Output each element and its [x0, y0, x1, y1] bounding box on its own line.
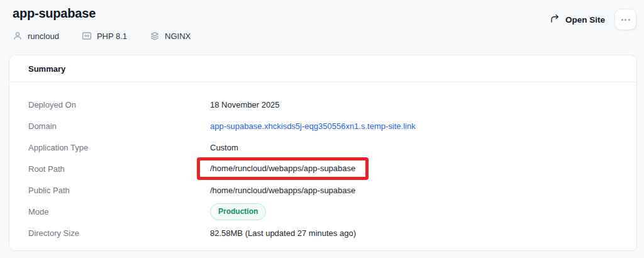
summary-card-title: Summary — [28, 64, 65, 74]
directory-size-value: 82.58MB (Last updated 27 minutes ago) — [210, 228, 356, 238]
row-label: Domain — [28, 121, 210, 131]
summary-card: Summary Deployed On 18 November 2025 Dom… — [9, 55, 637, 251]
summary-row-application-type: Application Type Custom — [28, 137, 618, 158]
row-label: Directory Size — [28, 228, 210, 238]
page-header: app-supabase runcloud — [0, 0, 644, 41]
meta-webserver-label: NGINX — [165, 31, 191, 41]
summary-card-body: Deployed On 18 November 2025 Domain app-… — [9, 82, 636, 250]
summary-row-mode: Mode Production — [28, 201, 618, 222]
more-options-button[interactable] — [614, 9, 636, 30]
row-label: Deployed On — [28, 100, 210, 109]
row-label: Root Path — [28, 164, 210, 174]
php-icon — [82, 31, 92, 41]
user-icon — [13, 31, 23, 41]
open-site-button[interactable]: Open Site — [550, 13, 605, 26]
application-type-value: Custom — [210, 143, 238, 152]
ellipsis-icon — [621, 19, 630, 21]
row-label: Mode — [28, 207, 210, 216]
page-title: app-supabase — [13, 6, 191, 21]
summary-row-public-path: Public Path /home/runcloud/webapps/app-s… — [28, 179, 618, 201]
summary-row-domain: Domain app-supabase.xhckisds5j-eqg350556… — [28, 115, 618, 137]
summary-card-header: Summary — [9, 55, 636, 82]
meta-php-version: PHP 8.1 — [82, 31, 127, 41]
meta-user-label: runcloud — [28, 31, 59, 41]
row-label: Application Type — [28, 143, 210, 152]
meta-system-user: runcloud — [13, 31, 59, 41]
row-label: Public Path — [28, 186, 210, 195]
open-site-arrow-icon — [550, 13, 560, 26]
summary-row-directory-size: Directory Size 82.58MB (Last updated 27 … — [28, 222, 618, 244]
domain-link[interactable]: app-supabase.xhckisds5j-eqg350556xn1.s.t… — [210, 121, 416, 131]
summary-row-deployed-on: Deployed On 18 November 2025 — [28, 94, 618, 115]
public-path-value: /home/runcloud/webapps/app-supabase — [210, 186, 355, 195]
summary-row-root-path: Root Path /home/runcloud/webapps/app-sup… — [28, 158, 618, 179]
mode-status-badge: Production — [210, 203, 266, 220]
meta-web-server: NGINX — [150, 31, 191, 41]
open-site-label: Open Site — [565, 15, 605, 25]
deployed-on-value: 18 November 2025 — [210, 100, 280, 109]
root-path-value-highlighted: /home/runcloud/webapps/app-supabase — [197, 157, 369, 180]
header-actions: Open Site — [550, 9, 636, 30]
header-left: app-supabase runcloud — [13, 6, 191, 41]
meta-php-label: PHP 8.1 — [97, 31, 127, 41]
app-meta-row: runcloud PHP 8.1 — [13, 31, 191, 41]
stack-icon — [150, 31, 160, 41]
